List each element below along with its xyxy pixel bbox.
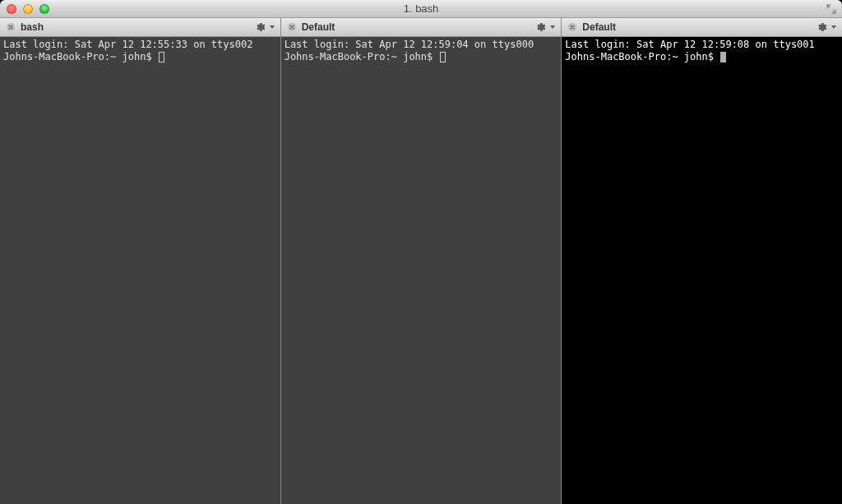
pane-tabbar: Default <box>562 18 842 37</box>
terminal-pane-1: bash Last login: Sat Apr 12 12:55:33 on … <box>0 18 280 504</box>
pane-container: bash Last login: Sat Apr 12 12:55:33 on … <box>0 18 842 504</box>
cursor <box>720 52 726 62</box>
pane-menu-dropdown[interactable] <box>269 24 275 30</box>
cursor <box>440 52 446 62</box>
pane-tabbar: bash <box>0 18 280 37</box>
gear-icon <box>534 21 546 33</box>
minimize-window-button[interactable] <box>23 4 33 14</box>
prompt-line: Johns-MacBook-Pro:~ john$ <box>285 51 439 62</box>
chevron-down-icon <box>830 24 837 30</box>
close-tab-button[interactable] <box>286 21 298 33</box>
terminal-pane-3: Default Last login: Sat Apr 12 12:59:08 … <box>561 18 842 504</box>
terminal-content[interactable]: Last login: Sat Apr 12 12:59:04 on ttys0… <box>281 37 562 504</box>
tab-title[interactable]: bash <box>21 21 44 33</box>
terminal-content[interactable]: Last login: Sat Apr 12 12:55:33 on ttys0… <box>0 37 280 504</box>
fullscreen-button[interactable] <box>826 3 837 15</box>
pane-tabbar: Default <box>281 18 562 37</box>
close-tab-button[interactable] <box>567 21 578 33</box>
pane-menu-dropdown[interactable] <box>549 24 556 30</box>
last-login-line: Last login: Sat Apr 12 12:59:08 on ttys0… <box>565 39 814 50</box>
traffic-lights <box>0 4 49 14</box>
tab-title[interactable]: Default <box>582 21 616 33</box>
close-icon <box>568 23 576 31</box>
close-icon <box>7 23 15 31</box>
chevron-down-icon <box>269 24 275 30</box>
chevron-down-icon <box>549 24 556 30</box>
pane-settings-button[interactable] <box>254 21 266 33</box>
cursor <box>159 52 164 62</box>
gear-icon <box>254 21 266 33</box>
gear-icon <box>816 21 827 33</box>
window-titlebar[interactable]: 1. bash <box>0 0 842 18</box>
fullscreen-icon <box>826 4 836 14</box>
terminal-pane-2: Default Last login: Sat Apr 12 12:59:04 … <box>280 18 562 504</box>
zoom-window-button[interactable] <box>39 4 49 14</box>
pane-menu-dropdown[interactable] <box>830 24 837 30</box>
terminal-content[interactable]: Last login: Sat Apr 12 12:59:08 on ttys0… <box>562 37 842 504</box>
close-window-button[interactable] <box>7 4 16 14</box>
pane-settings-button[interactable] <box>534 21 546 33</box>
prompt-line: Johns-MacBook-Pro:~ john$ <box>565 51 719 62</box>
tab-title[interactable]: Default <box>302 21 335 33</box>
pane-settings-button[interactable] <box>816 21 827 33</box>
last-login-line: Last login: Sat Apr 12 12:59:04 on ttys0… <box>285 39 534 50</box>
prompt-line: Johns-MacBook-Pro:~ john$ <box>3 51 158 62</box>
window-title: 1. bash <box>0 2 842 15</box>
close-icon <box>288 23 296 31</box>
last-login-line: Last login: Sat Apr 12 12:55:33 on ttys0… <box>3 39 252 50</box>
close-tab-button[interactable] <box>5 21 16 33</box>
